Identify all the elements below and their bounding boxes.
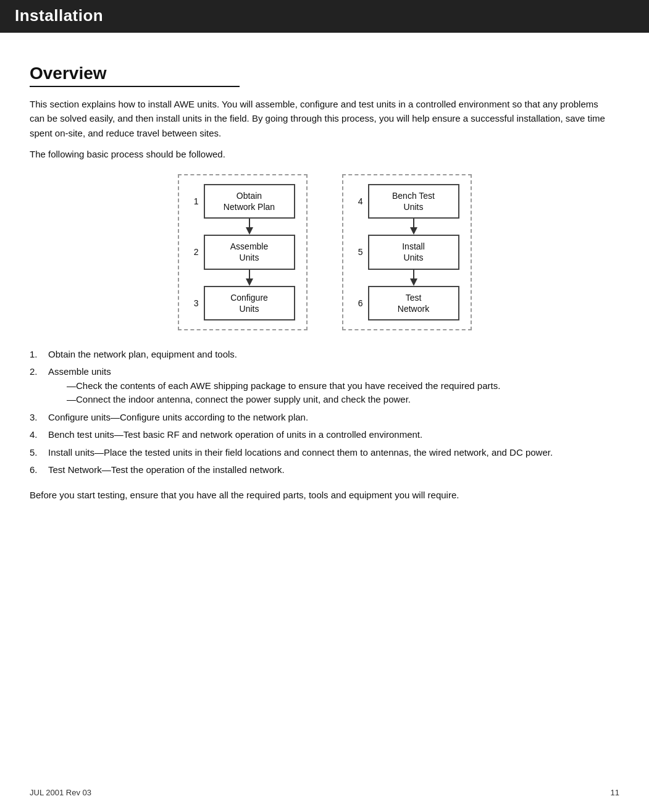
step-num-label: 5. [30, 446, 48, 460]
right-column: 4 Bench TestUnits 5 InstallUnits [342, 174, 472, 330]
svg-marker-5 [410, 227, 417, 235]
step-num-1: 1 [184, 196, 199, 206]
step-num-5: 5 [348, 247, 363, 257]
step-text-2: Assemble units —Check the contents of ea… [48, 365, 610, 407]
list-item: 4. Bench test units—Test basic RF and ne… [30, 428, 610, 442]
step-num-label: 2. [30, 365, 48, 407]
step-row-4: 4 Bench TestUnits [348, 184, 459, 219]
steps-list: 1. Obtain the network plan, equipment an… [30, 348, 610, 477]
list-item: 3. Configure units—Configure units accor… [30, 411, 610, 425]
arrow-down-icon-2 [243, 270, 256, 286]
step-box-3: ConfigureUnits [204, 286, 295, 320]
step-entry-1: 1 ObtainNetwork Plan [184, 184, 295, 235]
step-text-5: Install units—Place the tested units in … [48, 446, 610, 460]
step-row-6: 6 TestNetwork [348, 286, 459, 320]
svg-marker-3 [246, 278, 253, 286]
header-title: Installation [15, 6, 103, 25]
step-num-label: 1. [30, 348, 48, 362]
step-box-4: Bench TestUnits [368, 184, 459, 219]
diagram-columns: 1 ObtainNetwork Plan 2 AssembleUnits [178, 174, 472, 330]
footer-right: 11 [611, 788, 619, 797]
step-text-6: Test Network—Test the operation of the i… [48, 463, 610, 477]
sub-item: —Check the contents of each AWE shipping… [67, 379, 610, 393]
step-box-2: AssembleUnits [204, 235, 295, 269]
step-text-4: Bench test units—Test basic RF and netwo… [48, 428, 610, 442]
arrow-5 [368, 270, 459, 286]
step-row-2: 2 AssembleUnits [184, 235, 295, 269]
list-item: 1. Obtain the network plan, equipment an… [30, 348, 610, 362]
step-entry-2: 2 AssembleUnits [184, 235, 295, 285]
section-title: Overview [30, 64, 619, 83]
arrow-down-icon-5 [408, 270, 420, 286]
sub-item: —Connect the indoor antenna, connect the… [67, 393, 610, 407]
step-text-1: Obtain the network plan, equipment and t… [48, 348, 610, 362]
arrow-down-icon [243, 219, 256, 235]
intro-paragraph: This section explains how to install AWE… [30, 97, 610, 140]
step-row-5: 5 InstallUnits [348, 235, 459, 269]
svg-marker-1 [246, 227, 253, 235]
arrow-1 [204, 219, 295, 235]
step-entry-6: 6 TestNetwork [348, 286, 459, 320]
step-entry-3: 3 ConfigureUnits [184, 286, 295, 320]
step-row-3: 3 ConfigureUnits [184, 286, 295, 320]
following-paragraph: The following basic process should be fo… [30, 149, 619, 159]
step-num-4: 4 [348, 196, 363, 206]
list-item: 5. Install units—Place the tested units … [30, 446, 610, 460]
step-entry-5: 5 InstallUnits [348, 235, 459, 285]
list-item: 6. Test Network—Test the operation of th… [30, 463, 610, 477]
svg-marker-7 [410, 278, 417, 286]
footer-paragraph: Before you start testing, ensure that yo… [30, 488, 610, 503]
step-num-label: 6. [30, 463, 48, 477]
step-row-1: 1 ObtainNetwork Plan [184, 184, 295, 219]
arrow-down-icon-4 [408, 219, 420, 235]
list-item: 2. Assemble units —Check the contents of… [30, 365, 610, 407]
process-diagram: 1 ObtainNetwork Plan 2 AssembleUnits [30, 174, 619, 330]
step-num-label: 4. [30, 428, 48, 442]
arrow-4 [368, 219, 459, 235]
step-num-3: 3 [184, 298, 199, 308]
page-content: Overview This section explains how to in… [0, 33, 649, 558]
step-box-1: ObtainNetwork Plan [204, 184, 295, 219]
step-num-2: 2 [184, 247, 199, 257]
step-box-6: TestNetwork [368, 286, 459, 320]
step-box-5: InstallUnits [368, 235, 459, 269]
title-underline [30, 86, 240, 87]
left-column: 1 ObtainNetwork Plan 2 AssembleUnits [178, 174, 308, 330]
step-num-label: 3. [30, 411, 48, 425]
footer-left: JUL 2001 Rev 03 [30, 788, 91, 797]
arrow-2 [204, 270, 295, 286]
step-entry-4: 4 Bench TestUnits [348, 184, 459, 235]
page-footer: JUL 2001 Rev 03 11 [0, 788, 649, 797]
page-header: Installation [0, 0, 649, 33]
step-num-6: 6 [348, 298, 363, 308]
step-text-3: Configure units—Configure units accordin… [48, 411, 610, 425]
